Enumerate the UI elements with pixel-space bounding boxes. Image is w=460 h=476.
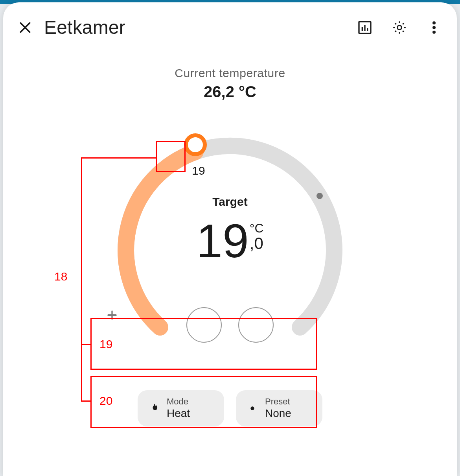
decrease-button[interactable] [186, 307, 222, 343]
svg-point-9 [432, 30, 436, 33]
preset-value: None [265, 407, 291, 420]
stats-icon[interactable] [357, 20, 373, 35]
target-temp-frac: ,0 [250, 234, 263, 253]
target-temp-display: 19 °C ,0 [104, 217, 356, 264]
mode-row: Mode Heat Preset None [3, 390, 457, 426]
flame-icon [149, 403, 160, 414]
mode-value: Heat [167, 407, 190, 420]
current-temp-value: 26,2 °C [3, 83, 457, 101]
svg-point-11 [186, 135, 205, 154]
svg-point-8 [432, 26, 436, 29]
svg-point-7 [432, 21, 436, 24]
header-actions [357, 20, 440, 35]
thermostat-content: Current temperature 26,2 °C 19 Target 19… [3, 38, 457, 426]
svg-point-6 [397, 25, 402, 30]
stepper-row [104, 307, 356, 343]
close-icon[interactable] [17, 20, 33, 35]
current-temp-label: Current temperature [3, 66, 457, 80]
preset-label: Preset [265, 397, 290, 407]
target-temp-int: 19 [196, 217, 248, 264]
preset-chip[interactable]: Preset None [236, 390, 322, 426]
page-title: Eetkamer [44, 17, 346, 38]
svg-point-15 [250, 406, 254, 410]
gear-icon[interactable] [392, 20, 407, 35]
mode-chip[interactable]: Mode Heat [138, 390, 224, 426]
thermostat-modal: Eetkamer [3, 2, 457, 476]
dot-icon [247, 403, 258, 414]
modal-header: Eetkamer [3, 2, 457, 38]
more-icon[interactable] [426, 20, 436, 35]
target-label: Target [104, 195, 356, 208]
mode-label: Mode [167, 397, 188, 407]
dial-tick-label: 19 [192, 164, 205, 177]
thermostat-dial[interactable]: 19 Target 19 °C ,0 [104, 124, 356, 376]
target-temp-unit: °C [250, 221, 264, 236]
increase-button[interactable] [238, 307, 274, 343]
